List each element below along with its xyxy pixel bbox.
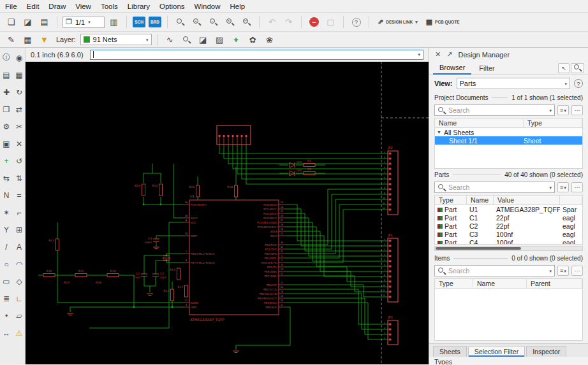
tool-button[interactable]: ↺: [13, 152, 26, 169]
menu-item[interactable]: Edit: [27, 3, 40, 10]
pointer-tool-button[interactable]: ↖: [558, 63, 570, 73]
command-input[interactable]: ▾: [90, 50, 423, 60]
tool-button[interactable]: ⓘ: [0, 49, 13, 66]
tree-item-all-sheets[interactable]: ▼ All Sheets: [435, 128, 582, 136]
stop-button[interactable]: −: [307, 15, 321, 29]
column-header[interactable]: Name: [473, 279, 527, 288]
horizontal-scrollbar[interactable]: [434, 246, 583, 251]
table-row[interactable]: Part C2 22pf eagl: [435, 222, 582, 230]
column-header[interactable]: [560, 196, 582, 204]
dropdown-arrow-icon[interactable]: ▾: [549, 185, 552, 190]
table-row[interactable]: Part U1 ATMEGA328P_TQFP Spar: [435, 205, 582, 213]
tab-selection-filter[interactable]: Selection Filter: [468, 346, 525, 357]
help-icon[interactable]: ?: [574, 79, 583, 88]
list-menu-button[interactable]: ≡▾: [557, 266, 569, 276]
tab-sheets[interactable]: Sheets: [433, 346, 467, 357]
tool-button[interactable]: ⌐: [13, 204, 26, 221]
tool-button[interactable]: ✚: [0, 83, 13, 101]
tool-button[interactable]: ◉: [13, 49, 26, 66]
tool-button[interactable]: +: [0, 152, 13, 169]
zoom-in-button[interactable]: +: [189, 15, 204, 29]
column-header[interactable]: Type: [435, 279, 473, 288]
more-button[interactable]: ···: [571, 266, 583, 276]
column-header[interactable]: Name: [467, 196, 494, 204]
column-header[interactable]: Type: [524, 118, 582, 127]
menu-item[interactable]: Options: [159, 3, 185, 10]
column-header[interactable]: Name: [435, 118, 524, 127]
zoom-selection-button[interactable]: [571, 63, 584, 73]
tool-button[interactable]: ▱: [13, 307, 26, 324]
tool-button[interactable]: ≣: [0, 290, 13, 307]
menu-item[interactable]: File: [5, 3, 17, 10]
tree-item-sheet[interactable]: Sheet 1/1 Sheet: [435, 136, 582, 145]
pcb-quote-button[interactable]: ▦ PCB QUOTE: [423, 18, 463, 25]
search-input[interactable]: Search ▾: [434, 265, 555, 276]
tool-button[interactable]: ▭: [0, 273, 13, 290]
tool-button[interactable]: •: [0, 307, 13, 324]
tool-button[interactable]: ◠: [13, 255, 26, 273]
list-menu-button[interactable]: ≡▾: [557, 105, 569, 115]
tree-expander-icon[interactable]: ▼: [435, 130, 443, 134]
menu-item[interactable]: Window: [195, 3, 221, 10]
menu-item[interactable]: Tools: [101, 3, 118, 10]
table-row[interactable]: Part C3 100nf eagl: [435, 230, 582, 238]
tool-button[interactable]: A: [13, 238, 26, 255]
undo-button[interactable]: ↶: [265, 15, 279, 29]
tool-button[interactable]: ❐: [0, 101, 13, 118]
tool-button[interactable]: /: [0, 238, 13, 255]
redo-button[interactable]: ↷: [281, 15, 296, 29]
table-row[interactable]: Part C1 22pf eagl: [435, 213, 582, 222]
board-editor-button[interactable]: BRD: [149, 17, 161, 27]
table-row[interactable]: Part C4 100nf eagl: [435, 238, 582, 245]
more-button[interactable]: ···: [571, 182, 583, 192]
dropdown-arrow-icon[interactable]: ▾: [418, 52, 420, 57]
save-group-button[interactable]: ◪: [196, 33, 210, 47]
tool-button[interactable]: ⇄: [13, 101, 26, 118]
add-button[interactable]: +: [229, 33, 244, 47]
open-button[interactable]: ❏: [4, 15, 18, 29]
settings-button[interactable]: ❀: [262, 33, 277, 47]
menu-item[interactable]: Library: [128, 3, 150, 10]
zoom-select-button[interactable]: ▭: [239, 15, 254, 29]
tool-button[interactable]: ⚙: [0, 118, 13, 135]
tool-button[interactable]: ◇: [13, 273, 26, 290]
tool-button[interactable]: ▣: [0, 135, 13, 152]
zoom-redraw-button[interactable]: ↻: [223, 15, 237, 29]
save-button[interactable]: ◪: [20, 15, 35, 29]
column-header[interactable]: Parent: [527, 279, 582, 288]
view-select[interactable]: Parts ▾: [457, 78, 570, 89]
tool-button[interactable]: ✕: [13, 135, 26, 152]
menu-item[interactable]: Help: [230, 3, 245, 10]
tab-filter[interactable]: Filter: [473, 62, 501, 74]
more-button[interactable]: ···: [571, 105, 583, 115]
print-button[interactable]: ▤: [37, 15, 52, 29]
zoom-fit-button[interactable]: [173, 15, 187, 29]
tool-button[interactable]: Y: [0, 221, 13, 238]
dropdown-arrow-icon[interactable]: ▾: [549, 108, 552, 113]
tool-button[interactable]: ⚠: [13, 324, 26, 341]
layer-select[interactable]: 91 Nets ▾: [80, 34, 152, 45]
dropdown-arrow-icon[interactable]: ▾: [549, 269, 552, 273]
schematic-canvas[interactable]: U1ATMEGA328P_TQFPPC6(/RESET)29AVCC18VCC4…: [26, 62, 429, 364]
design-link-button[interactable]: ⇗ DESIGN LINK ▾: [374, 18, 421, 25]
bend-style-button[interactable]: ∿: [163, 33, 177, 47]
grid-button[interactable]: ▦: [20, 33, 35, 47]
tool-button[interactable]: N: [0, 187, 13, 204]
search-input[interactable]: Search ▾: [434, 104, 555, 116]
tool-button[interactable]: ⊞: [13, 221, 26, 238]
zoom-region-button[interactable]: [179, 33, 194, 47]
search-input[interactable]: Search ▾: [434, 182, 555, 193]
help-button[interactable]: ?: [349, 15, 364, 29]
close-panel-icon[interactable]: ✕: [435, 50, 441, 59]
hatch-button[interactable]: ▨: [212, 33, 227, 47]
filter-button[interactable]: ▼: [37, 33, 52, 47]
column-header[interactable]: Type: [435, 196, 467, 204]
layer-settings-button[interactable]: ▥: [107, 15, 121, 29]
tab-inspector[interactable]: Inspector: [526, 346, 566, 357]
trace-button[interactable]: ▢: [323, 15, 338, 29]
tool-button[interactable]: ▤: [0, 66, 13, 83]
menu-item[interactable]: Draw: [48, 3, 66, 10]
list-menu-button[interactable]: ≡▾: [557, 182, 569, 192]
tool-button[interactable]: =: [13, 187, 26, 204]
tool-button[interactable]: ○: [0, 255, 13, 273]
